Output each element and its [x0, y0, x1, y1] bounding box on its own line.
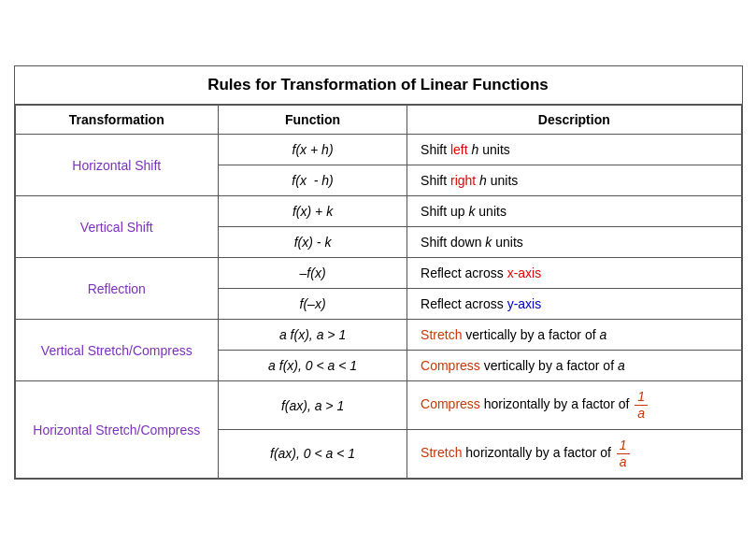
function-cell: f(x + h): [219, 135, 407, 165]
description-cell: Reflect across x-axis: [407, 258, 741, 289]
function-cell: –f(x): [219, 258, 407, 289]
function-cell: f(x) - k: [219, 227, 407, 258]
description-cell: Compress vertically by a factor of a: [407, 351, 741, 381]
function-cell: f(x - h): [219, 165, 407, 196]
col-header-description: Description: [407, 106, 741, 135]
description-cell: Shift right h units: [407, 165, 741, 196]
table-row: Horizontal Shift f(x + h) Shift left h u…: [15, 135, 741, 165]
function-cell: f(ax), a > 1: [219, 381, 407, 430]
transformation-label-vertical-shift: Vertical Shift: [15, 196, 219, 258]
description-cell: Shift up k units: [407, 196, 741, 227]
function-cell: a f(x), a > 1: [219, 320, 407, 351]
col-header-function: Function: [219, 106, 407, 135]
function-cell: f(x) + k: [219, 196, 407, 227]
transformation-label-horizontal-shift: Horizontal Shift: [15, 135, 219, 196]
description-cell: Reflect across y-axis: [407, 289, 741, 320]
function-cell: f(ax), 0 < a < 1: [219, 430, 407, 479]
colored-word: Stretch: [421, 445, 462, 460]
description-cell: Stretch vertically by a factor of a: [407, 320, 741, 351]
colored-word: left: [450, 142, 468, 157]
description-cell: Shift left h units: [407, 135, 741, 165]
colored-word: Compress: [421, 396, 480, 411]
colored-word: Compress: [421, 358, 480, 373]
table-title: Rules for Transformation of Linear Funct…: [15, 66, 742, 105]
description-cell: Stretch horizontally by a factor of 1 a: [407, 430, 741, 479]
function-cell: f(–x): [219, 289, 407, 320]
transformation-label-reflection: Reflection: [15, 258, 219, 320]
colored-word: y-axis: [507, 296, 542, 311]
transformation-label-horizontal-stretch: Horizontal Stretch/Compress: [15, 381, 219, 478]
table-row: Reflection –f(x) Reflect across x-axis: [15, 258, 741, 289]
colored-word: x-axis: [507, 265, 542, 280]
transformation-label-vertical-stretch: Vertical Stretch/Compress: [15, 320, 219, 381]
description-cell: Compress horizontally by a factor of 1 a: [407, 381, 741, 430]
colored-word: Stretch: [421, 327, 462, 342]
fraction-display: 1 a: [617, 437, 630, 470]
col-header-transformation: Transformation: [15, 106, 219, 135]
table-row: Vertical Stretch/Compress a f(x), a > 1 …: [15, 320, 741, 351]
description-cell: Shift down k units: [407, 227, 741, 258]
colored-word: right: [450, 173, 476, 188]
function-cell: a f(x), 0 < a < 1: [219, 351, 407, 381]
fraction-display: 1 a: [635, 389, 648, 422]
table-row: Vertical Shift f(x) + k Shift up k units: [15, 196, 741, 227]
table-row: Horizontal Stretch/Compress f(ax), a > 1…: [15, 381, 741, 430]
transformation-table: Rules for Transformation of Linear Funct…: [14, 65, 743, 479]
